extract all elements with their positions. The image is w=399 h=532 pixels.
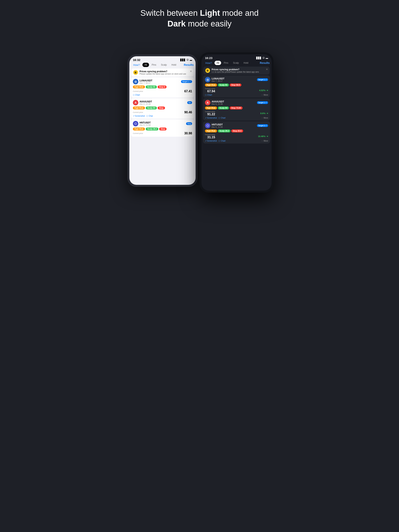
dark-luna-change: 4.52%↑ ▾	[259, 89, 268, 92]
dark-hnt-price-left: Current price 31.15	[205, 133, 215, 139]
light-alert-title: Prices syncing problem?	[140, 70, 186, 73]
light-alert-close[interactable]: ✕	[190, 70, 192, 73]
dark-nav-tabs: All Pins Scalp Hold	[214, 61, 260, 65]
dark-hnt-scalp-tag: Scalp 28.2	[218, 129, 231, 133]
dark-alert-title: Prices syncing problem?	[212, 68, 259, 71]
dark-luna-row: ◎ LUNAUSDT Dec 7, 00:17 Target 1 ✓ High …	[203, 75, 270, 98]
dark-tab-hold[interactable]: Hold	[242, 61, 250, 65]
light-hnt-name: HNTUSDT	[140, 121, 185, 124]
dark-avax-chart-btn[interactable]: ⬡ Chart	[219, 117, 225, 119]
dark-avax-logo: A	[205, 100, 210, 105]
light-how-button[interactable]: How?	[131, 63, 142, 67]
light-luna-scalp-tag: Scalp 65	[146, 85, 157, 89]
light-luna-header: ◎ LUNAUSDT Dec 7, 00:17 Target 1 ✓	[133, 79, 192, 84]
dark-hnt-name: HNTUSDT	[212, 123, 256, 126]
light-phone-screen: 16:32 ▊▊▊ ⦿ ▬ How? All Pins Scalp Hold R…	[129, 56, 196, 185]
light-avax-tags: High Risk Scalp 84 Stop	[133, 107, 192, 109]
dark-avax-info: AVAXUSDT Dec 6, 22:38	[212, 100, 256, 105]
dark-luna-chart-btn[interactable]: ⬡ Chart	[205, 94, 212, 96]
wifi-icon: ⦿	[187, 59, 189, 61]
light-alert-text: Prices syncing problem? Please update th…	[140, 70, 186, 75]
light-hnt-header: ⬡ HNTUSDT Dec 6, 21:58 Targ	[133, 121, 192, 126]
dark-luna-stop-tag: Stop 59.9	[230, 83, 241, 86]
dark-avax-screenshot-btn[interactable]: ↗ Screenshot	[205, 117, 217, 119]
dark-luna-info: LUNAUSDT Dec 7, 00:17	[212, 77, 256, 82]
dark-luna-logo: ◎	[205, 77, 210, 82]
light-avax-risk-tag: High Risk	[133, 107, 145, 109]
light-avax-actions: ↗ Screenshot ⬡ Char	[133, 115, 192, 117]
headline-mid1: mode and	[220, 8, 258, 18]
light-luna-name: LUNAUSDT	[140, 79, 180, 82]
dark-hnt-risk-tag: High Risk	[205, 129, 217, 133]
light-luna-tags: High Risk Scalp 65 Stop 6	[133, 85, 192, 89]
dark-avax-stop-tag: Stop 73.84	[230, 107, 243, 109]
dark-hnt-tags: High Risk Scalp 28.2 Stop 25.5	[205, 129, 268, 133]
dark-avax-price-label: Current price	[205, 111, 215, 113]
dark-signal-icon: ▊▊▊	[256, 57, 261, 59]
dark-hnt-screenshot-btn[interactable]: ↗ Screenshot	[205, 140, 217, 142]
light-avax-info: AVAXUSDT Dec 6, 22:38	[140, 100, 186, 105]
light-avax-screenshot-btn[interactable]: ↗ Screenshot	[133, 115, 145, 117]
dark-how-button[interactable]: How?	[203, 61, 214, 65]
dark-hnt-chart-btn[interactable]: ⬡ Chart	[219, 140, 225, 142]
dark-luna-target: Target 1 ✓	[257, 78, 268, 81]
dark-alert-subtitle: 1.1 to sync the pricesPlease update the …	[212, 71, 259, 73]
dark-luna-price: 67.94	[205, 89, 215, 93]
light-phone: 16:32 ▊▊▊ ⦿ ▬ How? All Pins Scalp Hold R…	[127, 54, 198, 187]
dark-nav: How? All Pins Scalp Hold Results	[201, 60, 272, 66]
dark-luna-tags: High Risk Scalp 65 Stop 59.9	[205, 83, 268, 86]
light-hnt-info: HNTUSDT Dec 6, 21:58	[140, 121, 185, 126]
dark-alert-text: Prices syncing problem? 1.1 to sync the …	[212, 68, 259, 73]
light-results-button[interactable]: Results	[184, 63, 194, 66]
light-hnt-price: 30.98	[184, 132, 192, 135]
dark-tab-all[interactable]: All	[214, 61, 221, 65]
light-avax-stop-tag: Stop	[158, 107, 165, 109]
light-luna-logo: ◎	[133, 79, 138, 84]
dark-avax-more-btn[interactable]: ··· More	[261, 117, 268, 119]
dark-hnt-change: 10.46%↑ ▾	[258, 135, 268, 138]
dark-avax-price: 91.22	[205, 113, 215, 116]
dark-tab-scalp[interactable]: Scalp	[231, 61, 241, 65]
dark-hnt-actions: ↗ Screenshot ⬡ Chart ··· More	[205, 140, 268, 142]
dark-hnt-more-btn[interactable]: ··· More	[261, 140, 268, 142]
light-luna-chart-btn[interactable]: ⬡ Chart	[133, 94, 140, 96]
light-luna-info: LUNAUSDT Dec 7, 00:17	[140, 79, 180, 84]
dark-results-button[interactable]: Results	[260, 61, 270, 64]
dark-luna-risk-tag: High Risk	[205, 83, 217, 86]
light-hnt-logo: ⬡	[133, 121, 138, 126]
dark-luna-price-label: Current price	[205, 88, 215, 89]
light-avax-header: A AVAXUSDT Dec 6, 22:38 Tar	[133, 100, 192, 105]
light-tab-hold[interactable]: Hold	[169, 63, 178, 67]
dark-hnt-price-label: Current price	[205, 133, 215, 136]
dark-luna-actions: ⬡ Chart ··· More	[205, 94, 268, 96]
light-luna-date: Dec 7, 00:17	[140, 82, 180, 84]
light-hnt-row: ⬡ HNTUSDT Dec 6, 21:58 Targ High Risk Sc…	[131, 119, 194, 137]
dark-battery-icon: ▬	[266, 57, 268, 59]
light-avax-row: A AVAXUSDT Dec 6, 22:38 Tar High Risk Sc…	[131, 98, 194, 119]
dark-status-time: 16:23	[205, 56, 212, 60]
light-avax-chart-btn[interactable]: ⬡ Char	[146, 115, 153, 117]
dark-alert-close[interactable]: ✕	[266, 68, 268, 71]
dark-tab-pins[interactable]: Pins	[222, 61, 230, 65]
light-tab-scalp[interactable]: Scalp	[159, 63, 169, 67]
light-tab-all[interactable]: All	[142, 63, 149, 67]
light-luna-risk-tag: High Risk	[133, 85, 145, 89]
dark-luna-name: LUNAUSDT	[212, 77, 256, 80]
dark-avax-actions: ↗ Screenshot ⬡ Chart ··· More	[205, 117, 268, 119]
headline-bold1: Light	[200, 8, 220, 18]
light-tab-pins[interactable]: Pins	[150, 63, 158, 67]
dark-avax-date: Dec 6, 22:38	[212, 103, 256, 105]
dark-luna-price-left: Current price 67.94	[205, 88, 215, 93]
signal-icon: ▊▊▊	[180, 59, 186, 61]
light-hnt-price-row: Current price 30.98	[133, 132, 192, 135]
light-avax-date: Dec 6, 22:38	[140, 103, 186, 105]
dark-hnt-logo: ⬡	[205, 123, 210, 128]
main-headline: Switch between Light mode and Dark mode …	[141, 8, 259, 29]
light-luna-target: Target 1 ✓	[181, 80, 192, 83]
dark-status-bar: 16:23 ▊▊▊ ⦿ ▬	[201, 54, 272, 60]
dark-luna-more-btn[interactable]: ··· More	[261, 94, 268, 96]
dark-binance-icon: B	[205, 68, 210, 73]
dark-hnt-info: HNTUSDT Dec 6, 21:58	[212, 123, 256, 128]
dark-luna-header: ◎ LUNAUSDT Dec 7, 00:17 Target 1 ✓	[205, 77, 268, 82]
dark-luna-price-row: Current price 67.94 4.52%↑ ▾	[205, 88, 268, 93]
